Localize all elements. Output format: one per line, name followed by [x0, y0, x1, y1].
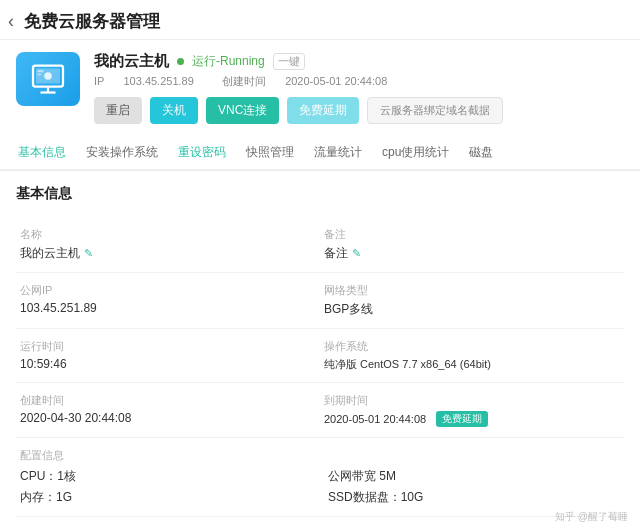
shutdown-button[interactable]: 关机 [150, 97, 198, 124]
field-remark: 备注 备注 ✎ [320, 217, 624, 273]
config-ssd: SSD数据盘：10G [328, 489, 620, 506]
config-items: CPU：1核 公网带宽 5M 内存：1G SSD数据盘：10G [20, 468, 620, 506]
config-cpu: CPU：1核 [20, 468, 312, 485]
svg-rect-6 [38, 74, 42, 76]
page-container: ‹ 免费云服务器管理 我的云主机 运行-Running 一键 I [0, 0, 640, 532]
field-remark-label: 备注 [324, 227, 620, 242]
ip-label: IP [94, 75, 104, 87]
field-name-value: 我的云主机 ✎ [20, 245, 316, 262]
created-value: 2020-05-01 20:44:08 [285, 75, 387, 87]
status-tag: 一键 [273, 53, 305, 70]
ip-value: 103.45.251.89 [123, 75, 193, 87]
edit-remark-icon[interactable]: ✎ [352, 247, 361, 260]
field-created-value: 2020-04-30 20:44:08 [20, 411, 316, 425]
svg-point-4 [44, 72, 52, 80]
field-uptime: 运行时间 10:59:46 [16, 329, 320, 383]
field-ip: 公网IP 103.45.251.89 [16, 273, 320, 329]
field-created-label: 创建时间 [20, 393, 316, 408]
svg-rect-5 [38, 70, 44, 72]
field-expiry: 到期时间 2020-05-01 20:44:08 免费延期 [320, 383, 624, 438]
section-title: 基本信息 [16, 185, 624, 203]
config-row: 配置信息 CPU：1核 公网带宽 5M 内存：1G SSD数据盘：10G [16, 438, 624, 517]
status-dot [177, 58, 184, 65]
tab-disk[interactable]: 磁盘 [459, 134, 503, 171]
created-label: 创建时间 [222, 75, 266, 87]
vnc-button[interactable]: VNC连接 [206, 97, 279, 124]
field-ip-label: 公网IP [20, 283, 316, 298]
monitor-icon [30, 61, 66, 97]
info-grid: 名称 我的云主机 ✎ 备注 备注 ✎ 公网IP 103.45.251.89 [16, 217, 624, 438]
server-name-row: 我的云主机 运行-Running 一键 [94, 52, 624, 71]
field-name-label: 名称 [20, 227, 316, 242]
action-buttons: 重启 关机 VNC连接 免费延期 云服务器绑定域名截据 [94, 97, 624, 124]
field-ip-value: 103.45.251.89 [20, 301, 316, 315]
tab-os[interactable]: 安装操作系统 [76, 134, 168, 171]
field-created: 创建时间 2020-04-30 20:44:08 [16, 383, 320, 438]
tab-basic[interactable]: 基本信息 [8, 134, 76, 171]
server-meta: IP 103.45.251.89 创建时间 2020-05-01 20:44:0… [94, 74, 624, 89]
free-extend-badge[interactable]: 免费延期 [436, 411, 488, 427]
restart-button[interactable]: 重启 [94, 97, 142, 124]
field-os-value: 纯净版 CentOS 7.7 x86_64 (64bit) [324, 357, 620, 372]
tab-traffic[interactable]: 流量统计 [304, 134, 372, 171]
field-uptime-value: 10:59:46 [20, 357, 316, 371]
config-title: 配置信息 [20, 448, 620, 463]
field-os-label: 操作系统 [324, 339, 620, 354]
config-memory: 内存：1G [20, 489, 312, 506]
page-title: 免费云服务器管理 [24, 10, 160, 33]
field-remark-value: 备注 ✎ [324, 245, 620, 262]
field-expiry-label: 到期时间 [324, 393, 620, 408]
extend-button[interactable]: 免费延期 [287, 97, 359, 124]
tabs-container: 基本信息 安装操作系统 重设密码 快照管理 流量统计 cpu使用统计 磁盘 [0, 134, 640, 171]
field-os: 操作系统 纯净版 CentOS 7.7 x86_64 (64bit) [320, 329, 624, 383]
server-name: 我的云主机 [94, 52, 169, 71]
server-info: 我的云主机 运行-Running 一键 IP 103.45.251.89 创建时… [94, 52, 624, 124]
tab-snapshot[interactable]: 快照管理 [236, 134, 304, 171]
edit-name-icon[interactable]: ✎ [84, 247, 93, 260]
server-icon [16, 52, 80, 106]
watermark: 知乎 @醒了莓睡 [555, 510, 628, 524]
tab-password[interactable]: 重设密码 [168, 134, 236, 171]
back-button[interactable]: ‹ [8, 11, 14, 32]
field-network-value: BGP多线 [324, 301, 620, 318]
field-network: 网络类型 BGP多线 [320, 273, 624, 329]
content-area: 基本信息 名称 我的云主机 ✎ 备注 备注 ✎ 公网IP [0, 171, 640, 531]
config-bandwidth: 公网带宽 5M [328, 468, 620, 485]
field-expiry-value: 2020-05-01 20:44:08 免费延期 [324, 411, 620, 427]
server-card: 我的云主机 运行-Running 一键 IP 103.45.251.89 创建时… [0, 40, 640, 134]
field-network-label: 网络类型 [324, 283, 620, 298]
status-label: 运行-Running [192, 53, 265, 70]
domain-button[interactable]: 云服务器绑定域名截据 [367, 97, 503, 124]
top-bar: ‹ 免费云服务器管理 [0, 0, 640, 40]
field-name: 名称 我的云主机 ✎ [16, 217, 320, 273]
field-uptime-label: 运行时间 [20, 339, 316, 354]
tab-cpu[interactable]: cpu使用统计 [372, 134, 459, 171]
